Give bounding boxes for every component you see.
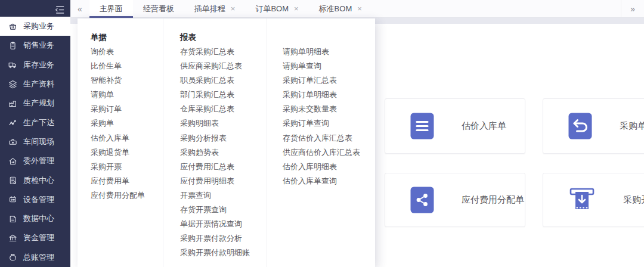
menu-item[interactable]: 询价表 (91, 45, 145, 59)
tab-main-screen[interactable]: 主界面 (89, 0, 133, 17)
menu-item[interactable]: 仓库采购汇总表 (180, 102, 250, 116)
menu-item[interactable]: 应付费用分配单 (91, 188, 145, 203)
sidebar-item-label: 委外管理 (23, 156, 54, 166)
card-label: 估价入库单 (462, 120, 506, 132)
menu-column-header (283, 30, 360, 45)
menu-item[interactable]: 应付费用明细表 (180, 174, 250, 188)
tab-list: 主界面 经营看板 插单排程 × 订单BOM × 标准BOM × (89, 0, 372, 17)
card-purchase-note[interactable]: 采购单 (543, 98, 644, 154)
close-icon[interactable]: × (294, 5, 299, 13)
card-estimated-receipt-note[interactable]: 估价入库单 (385, 98, 525, 154)
menu-item[interactable]: 供应商采购汇总表 (180, 59, 250, 73)
menu-column-reports-continued: 请购单明细表请购单查询采购订单汇总表采购订单明细表采购未交数量表采购订单查询存货… (283, 18, 360, 188)
card-label: 采购单 (620, 120, 644, 132)
sidebar-item-production-dispatch[interactable]: 生产下达 (0, 113, 70, 132)
menu-item[interactable]: 采购退货单 (91, 145, 145, 160)
menu-item[interactable]: 采购订单查询 (283, 116, 360, 131)
menu-item[interactable]: 估价入库明细表 (283, 160, 360, 174)
sidebar-item-label: 销售业务 (23, 40, 54, 51)
card-purchase-invoicing[interactable]: 采购开票 (543, 173, 644, 227)
menu-item[interactable]: 请购单查询 (283, 59, 360, 73)
menu-item[interactable]: 比价生单 (91, 59, 145, 73)
sidebar-item-label: 数据中心 (23, 213, 54, 224)
card-label: 应付费用分配单 (462, 194, 524, 206)
menu-item[interactable]: 应付费用汇总表 (180, 160, 250, 174)
sidebar-item-sales-business[interactable]: 销售业务 (0, 36, 70, 55)
sidebar-item-label: 库存业务 (23, 60, 54, 70)
content-area: 估价入库单 采购单 应付费用分配单 采购开票 单据询价表比价生单智能补货请购单采… (70, 18, 644, 267)
factory-icon (8, 98, 18, 108)
menu-item[interactable]: 职员采购汇总表 (180, 73, 250, 88)
sidebar-item-label: 设备管理 (23, 194, 54, 205)
menu-item[interactable]: 采购开票付款明细账 (180, 246, 250, 260)
tabs-scroll-right-icon[interactable]: » (621, 0, 644, 17)
menu-item[interactable]: 开票查询 (180, 188, 250, 203)
sidebar-item-label: 质检中心 (23, 175, 54, 186)
sidebar-item-general-ledger[interactable]: 总账管理 (0, 248, 70, 267)
tabs-scroll-left-icon[interactable]: « (70, 0, 89, 17)
doc-lines-icon (410, 113, 434, 139)
menu-item[interactable]: 智能补货 (91, 73, 145, 88)
sidebar-item-workshop-floor[interactable]: 车间现场 (0, 132, 70, 151)
trend-chart-icon (8, 117, 18, 128)
menu-item[interactable]: 采购趋势表 (180, 145, 250, 160)
menu-item[interactable]: 存货估价入库汇总表 (283, 131, 360, 145)
collapse-menu-icon[interactable] (52, 3, 66, 16)
tab-label: 经营看板 (143, 4, 174, 14)
menu-item[interactable]: 估价入库单查询 (283, 174, 360, 188)
close-icon[interactable]: × (357, 5, 362, 13)
tab-standard-bom[interactable]: 标准BOM × (309, 0, 372, 17)
sidebar-item-funds-management[interactable]: 资金管理 (0, 228, 70, 247)
sidebar-item-quality-center[interactable]: 质检中心 (0, 170, 70, 190)
menu-item[interactable]: 采购订单明细表 (283, 88, 360, 102)
menu-item[interactable]: 部门采购汇总表 (180, 88, 250, 102)
menu-item[interactable]: 估价入库单 (91, 131, 145, 145)
bank-icon (8, 233, 18, 243)
sidebar-item-production-planning[interactable]: 生产规划 (0, 94, 70, 113)
machine-icon (8, 194, 18, 204)
sidebar-item-outsourcing-management[interactable]: 委外管理 (0, 151, 70, 170)
menu-item[interactable]: 采购订单 (91, 102, 145, 116)
tab-order-bom[interactable]: 订单BOM × (245, 0, 308, 17)
menu-item[interactable]: 采购分析报表 (180, 131, 250, 145)
sidebar-item-label: 生产下达 (23, 117, 54, 128)
sidebar-item-label: 生产规划 (23, 98, 54, 108)
menu-item[interactable]: 供应商估价入库汇总表 (283, 145, 360, 160)
tab-business-dashboard[interactable]: 经营看板 (133, 0, 184, 17)
basket-icon (8, 21, 18, 32)
menu-item[interactable]: 存货采购汇总表 (180, 45, 250, 59)
card-payable-expense-allocation[interactable]: 应付费用分配单 (385, 173, 525, 227)
data-doc-icon (8, 214, 18, 224)
purchase-mega-menu: 单据询价表比价生单智能补货请购单采购订单采购单估价入库单采购退货单采购开票应付费… (78, 18, 375, 267)
share-icon (410, 187, 434, 213)
menu-item[interactable]: 采购开票 (91, 160, 145, 174)
menu-item[interactable]: 单据开票情况查询 (180, 217, 250, 231)
layers-icon (8, 79, 18, 89)
menu-item[interactable]: 采购订单汇总表 (283, 73, 360, 88)
sidebar-nav: 采购业务 销售业务 库存业务 生产资料 生产规划 生产下达 车间现场 委外管理 (0, 17, 70, 267)
close-icon[interactable]: × (231, 5, 236, 13)
tab-insert-scheduling[interactable]: 插单排程 × (184, 0, 246, 17)
sidebar-item-purchase-business[interactable]: 采购业务 (0, 17, 70, 36)
sidebar-item-equipment-management[interactable]: 设备管理 (0, 190, 70, 209)
inspection-board-icon (8, 175, 18, 185)
tab-label: 标准BOM (319, 4, 352, 14)
menu-item[interactable]: 请购单明细表 (283, 45, 360, 59)
money-bag-icon (8, 252, 18, 262)
sidebar-item-inventory-business[interactable]: 库存业务 (0, 55, 70, 74)
menu-item[interactable]: 应付费用单 (91, 174, 145, 188)
menu-item[interactable]: 采购未交数量表 (283, 102, 360, 116)
sidebar-item-production-data[interactable]: 生产资料 (0, 74, 70, 94)
menu-column-documents: 单据询价表比价生单智能补货请购单采购订单采购单估价入库单采购退货单采购开票应付费… (91, 18, 145, 203)
house-arrow-icon (8, 156, 18, 166)
menu-item[interactable]: 采购开票付款分析 (180, 231, 250, 246)
sidebar-item-label: 总账管理 (23, 252, 54, 263)
menu-column-divider (267, 18, 267, 267)
sidebar-item-data-center[interactable]: 数据中心 (0, 209, 70, 228)
menu-item[interactable]: 存货开票查询 (180, 203, 250, 217)
menu-item[interactable]: 请购单 (91, 88, 145, 102)
menu-item[interactable]: 采购明细表 (180, 116, 250, 131)
menu-column-header: 单据 (91, 30, 145, 45)
menu-item[interactable]: 采购单 (91, 116, 145, 131)
clipboard-icon (8, 41, 18, 51)
